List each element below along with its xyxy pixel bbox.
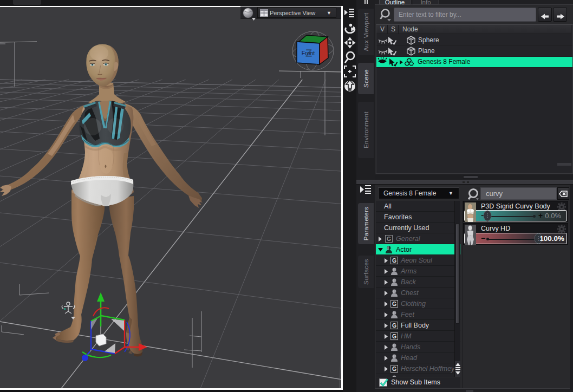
svg-text:G: G: [387, 236, 391, 242]
svg-text:G: G: [392, 257, 396, 264]
svg-text:G: G: [392, 300, 396, 307]
svg-text:Front: Front: [302, 50, 315, 56]
svg-text:G: G: [392, 365, 396, 372]
svg-text:G: G: [392, 333, 396, 339]
svg-text:G: G: [392, 322, 396, 329]
